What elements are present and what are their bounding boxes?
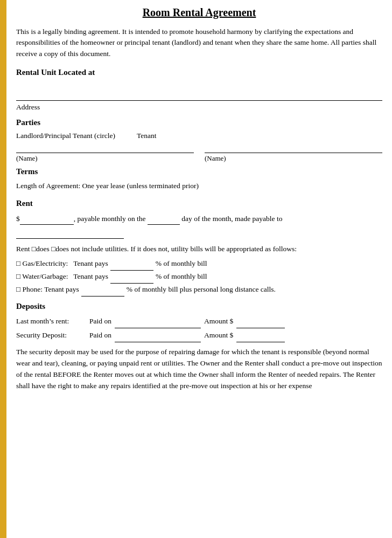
day-field[interactable] [148, 212, 180, 225]
address-input-line[interactable] [16, 90, 382, 101]
security-paid-on: Paid on [89, 329, 111, 342]
document-content: Room Rental Agreement This is a legally … [6, 0, 392, 538]
last-months-rent-row: Last month’s rent: Paid on Amount $ [16, 315, 382, 328]
last-months-paid-on: Paid on [89, 315, 111, 328]
phone-percent-field[interactable] [81, 284, 124, 296]
landlord-name-line[interactable] [16, 142, 194, 153]
tenant-name-label: (Name) [205, 154, 382, 163]
parties-role-row: Landlord/Principal Tenant (circle) Tenan… [16, 132, 382, 140]
yellow-accent-bar [0, 0, 6, 538]
tenant-role-label: Tenant [137, 132, 157, 140]
page: Room Rental Agreement This is a legally … [0, 0, 392, 538]
rent-line1: $ , payable monthly on the day of the mo… [16, 212, 382, 225]
payable-monthly-text: , payable monthly on the [74, 215, 146, 223]
water-label: □ Water/Garbage: Tenant pays [16, 271, 108, 283]
parties-heading: Parties [16, 118, 382, 127]
deposits-content: Last month’s rent: Paid on Amount $ Secu… [16, 315, 382, 342]
last-months-paid-date-field[interactable] [115, 315, 201, 328]
security-deposit-label: Security Deposit: [16, 329, 86, 342]
phone-suffix: % of monthly bill plus personal long dis… [127, 284, 276, 296]
dollar-sign: $ [16, 215, 20, 223]
rental-unit-section: Rental Unit Located at Address [16, 68, 382, 112]
tenant-name-line[interactable] [205, 142, 382, 153]
payable-to-line[interactable] [16, 229, 124, 239]
day-of-month-text: day of the month, made payable to [181, 215, 282, 223]
rent-amount-field[interactable] [20, 212, 74, 225]
last-months-label: Last month’s rent: [16, 315, 86, 328]
landlord-name-field: (Name) [16, 142, 194, 163]
tenant-name-field: (Name) [205, 142, 382, 163]
deposits-section: Deposits Last month’s rent: Paid on Amou… [16, 302, 382, 392]
rent-heading: Rent [16, 199, 382, 208]
water-percent-field[interactable] [110, 271, 153, 284]
parties-name-fields: (Name) (Name) [16, 142, 382, 163]
rental-unit-heading: Rental Unit Located at [16, 68, 382, 77]
phone-label: □ Phone: Tenant pays [16, 284, 79, 296]
terms-section: Terms Length of Agreement: One year leas… [16, 167, 382, 191]
document-title: Room Rental Agreement [16, 6, 382, 19]
landlord-label: Landlord/Principal Tenant (circle) [16, 132, 115, 140]
water-garbage-row: □ Water/Garbage: Tenant pays % of monthl… [16, 271, 382, 284]
gas-electricity-row: □ Gas/Electricity: Tenant pays % of mont… [16, 258, 382, 271]
rent-section: Rent $ , payable monthly on the day of t… [16, 199, 382, 296]
security-amount-field[interactable] [236, 329, 285, 342]
terms-heading: Terms [16, 167, 382, 176]
address-label: Address [16, 103, 382, 112]
parties-section: Parties Landlord/Principal Tenant (circl… [16, 118, 382, 163]
security-deposit-text: The security deposit may be used for the… [16, 347, 382, 392]
gas-percent-field[interactable] [110, 258, 153, 271]
deposits-heading: Deposits [16, 302, 382, 311]
utilities-text: Rent □does □does not include utilities. … [16, 243, 382, 255]
security-paid-date-field[interactable] [115, 329, 201, 342]
gas-label: □ Gas/Electricity: Tenant pays [16, 258, 108, 270]
last-months-amount-label: Amount $ [204, 315, 233, 328]
security-deposit-row: Security Deposit: Paid on Amount $ [16, 329, 382, 342]
intro-paragraph: This is a legally binding agreement. It … [16, 26, 382, 59]
security-amount-label: Amount $ [204, 329, 233, 342]
gas-suffix: % of monthly bill [156, 258, 207, 270]
last-months-amount-field[interactable] [236, 315, 285, 328]
landlord-name-label: (Name) [16, 154, 194, 163]
water-suffix: % of monthly bill [156, 271, 207, 283]
phone-row: □ Phone: Tenant pays % of monthly bill p… [16, 284, 382, 296]
terms-text: Length of Agreement: One year lease (unl… [16, 181, 382, 191]
